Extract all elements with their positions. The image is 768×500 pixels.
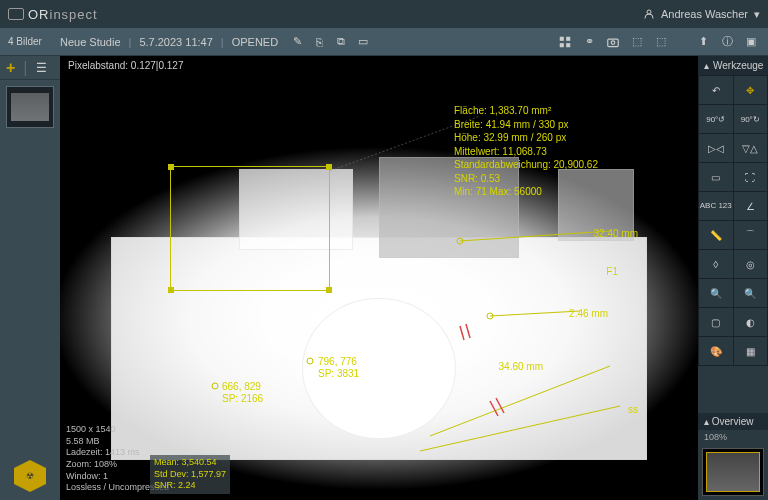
svg-rect-3 [560, 43, 564, 47]
overview-thumbnail[interactable] [702, 448, 764, 496]
user-menu[interactable]: Andreas Wascher ▾ [643, 8, 760, 21]
arc-tool[interactable]: ⌒ [734, 221, 768, 249]
label-f1[interactable]: F1 [606, 266, 618, 277]
image-stats: Mean: 3,540.54 Std Dev: 1,577.97 SNR: 2.… [150, 455, 230, 494]
svg-point-0 [647, 10, 651, 14]
tool-palette: ↶ ✥ 90°↺ 90°↻ ▷◁ ▽△ ▭ ⛶ ABC 123 ∠ 📏 ⌒ ◊ … [698, 75, 768, 366]
svg-line-8 [460, 231, 610, 241]
duplicate-icon[interactable]: ⧉ [334, 35, 348, 49]
angle-tool[interactable]: ∠ [734, 192, 768, 220]
image-viewport[interactable]: Pixelabstand: 0.127|0.127 [60, 56, 698, 500]
roi-stats: Fläche: 1,383.70 mm² Breite: 41.94 mm / … [454, 104, 598, 199]
crop-tool[interactable]: ▢ [699, 308, 733, 336]
svg-rect-5 [608, 39, 619, 47]
user-name: Andreas Wascher [661, 8, 748, 20]
app-logo: ORinspect [8, 7, 98, 22]
list-icon[interactable]: ☰ [36, 61, 47, 75]
undo-tool[interactable]: ↶ [699, 76, 733, 104]
overview-zoom: 108% [698, 430, 768, 444]
sidebar: + | ☰ ☢ [0, 56, 60, 500]
svg-rect-4 [566, 43, 570, 47]
study-status: OPENED [232, 36, 278, 48]
point-2[interactable]: 666, 829SP: 2166 [222, 381, 263, 405]
eraser-tool[interactable]: ◊ [699, 250, 733, 278]
svg-line-16 [460, 326, 464, 340]
info-icon[interactable]: ⓘ [718, 33, 736, 51]
contrast-tool[interactable]: ◐ [734, 308, 768, 336]
svg-line-13 [490, 401, 498, 416]
fullscreen-tool[interactable]: ⛶ [734, 163, 768, 191]
upload-icon[interactable]: ⬆ [694, 33, 712, 51]
logo-icon [8, 8, 24, 20]
measurement-4[interactable]: ss [628, 404, 638, 415]
pixel-distance: Pixelabstand: 0.127|0.127 [68, 60, 183, 71]
export-icon[interactable]: ⬚ [628, 33, 646, 51]
radiation-icon: ☢ [14, 460, 46, 492]
study-name[interactable]: Neue Studie [60, 36, 121, 48]
measurement-2[interactable]: 2.46 mm [569, 308, 608, 319]
user-icon [643, 8, 655, 20]
camera-icon[interactable] [604, 33, 622, 51]
thumbnail-1[interactable] [6, 86, 54, 128]
ruler-tool[interactable]: 📏 [699, 221, 733, 249]
target-tool[interactable]: ◎ [734, 250, 768, 278]
flip-h-tool[interactable]: ▷◁ [699, 134, 733, 162]
point-1[interactable]: 796, 776SP: 3831 [318, 356, 359, 380]
link-icon[interactable]: ⚭ [580, 33, 598, 51]
layers-icon[interactable]: ▣ [742, 33, 760, 51]
tools-panel-header[interactable]: ▴Werkzeuge [698, 56, 768, 75]
image-count: 4 Bilder [8, 36, 60, 47]
svg-rect-1 [560, 36, 564, 40]
svg-line-14 [496, 398, 504, 413]
svg-line-10 [490, 311, 580, 316]
svg-point-18 [307, 358, 313, 364]
rotate-right-tool[interactable]: 90°↻ [734, 105, 768, 133]
measurement-3[interactable]: 34.60 mm [499, 361, 543, 372]
zoom-in-tool[interactable]: 🔍 [699, 279, 733, 307]
edit-icon[interactable]: ✎ [290, 35, 304, 49]
rotate-left-tool[interactable]: 90°↺ [699, 105, 733, 133]
move-tool[interactable]: ✥ [734, 76, 768, 104]
grid-tool[interactable]: ▦ [734, 337, 768, 365]
svg-rect-2 [566, 36, 570, 40]
chevron-down-icon: ▾ [754, 8, 760, 21]
svg-line-17 [466, 324, 470, 338]
grid-view-icon[interactable] [556, 33, 574, 51]
zoom-out-tool[interactable]: 🔍 [734, 279, 768, 307]
text-tool[interactable]: ABC 123 [699, 192, 733, 220]
window-icon[interactable]: ▭ [356, 35, 370, 49]
overview-panel-header[interactable]: ▴ Overview [698, 413, 768, 430]
settings-icon[interactable]: ⬚ [652, 33, 670, 51]
copy-icon[interactable]: ⎘ [312, 35, 326, 49]
study-date: 5.7.2023 11:47 [139, 36, 212, 48]
measurement-1[interactable]: 32.40 mm [594, 228, 638, 239]
svg-point-6 [611, 40, 615, 44]
svg-line-12 [430, 366, 610, 436]
flip-v-tool[interactable]: ▽△ [734, 134, 768, 162]
palette-tool[interactable]: 🎨 [699, 337, 733, 365]
add-button[interactable]: + [6, 59, 15, 77]
svg-point-19 [212, 383, 218, 389]
rectangle-tool[interactable]: ▭ [699, 163, 733, 191]
